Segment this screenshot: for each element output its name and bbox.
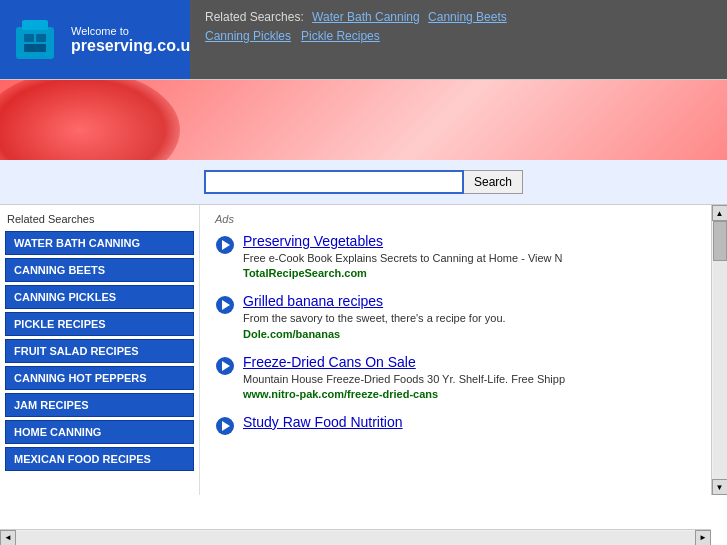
scroll-up-button[interactable]: ▲ bbox=[712, 205, 728, 221]
logo-text: Welcome to preserving.co.uk bbox=[71, 25, 199, 55]
ad-item-3: Freeze-Dried Cans On Sale Mountain House… bbox=[215, 354, 696, 400]
sidebar-item-canning-beets[interactable]: CANNING BEETS bbox=[5, 258, 194, 282]
header: Welcome to preserving.co.uk Related Sear… bbox=[0, 0, 727, 80]
sidebar-item-mexican-food[interactable]: MEXICAN FOOD RECIPES bbox=[5, 447, 194, 471]
logo-area: Welcome to preserving.co.uk bbox=[0, 0, 190, 79]
related-link-4[interactable]: Pickle Recipes bbox=[301, 29, 380, 43]
ad-item-2: Grilled banana recipes From the savory t… bbox=[215, 293, 696, 339]
ad-icon-3 bbox=[215, 356, 235, 376]
ad-desc-2: From the savory to the sweet, there's a … bbox=[243, 311, 506, 325]
banner-image bbox=[0, 80, 727, 160]
related-link-1[interactable]: Water Bath Canning bbox=[312, 10, 420, 24]
horizontal-scrollbar-track bbox=[16, 531, 695, 545]
search-input[interactable] bbox=[204, 170, 464, 194]
related-link-2[interactable]: Canning Beets bbox=[428, 10, 507, 24]
ad-content: Ads Preserving Vegetables Free e-Cook Bo… bbox=[200, 205, 711, 495]
sidebar-item-fruit-salad[interactable]: FRUIT SALAD RECIPES bbox=[5, 339, 194, 363]
sidebar-title: Related Searches bbox=[5, 213, 194, 225]
logo-welcome: Welcome to bbox=[71, 25, 199, 37]
scroll-down-button[interactable]: ▼ bbox=[712, 479, 728, 495]
header-related: Related Searches: Water Bath Canning Can… bbox=[190, 0, 727, 79]
horizontal-scrollbar: ◄ ► bbox=[0, 529, 711, 545]
sidebar-item-jam-recipes[interactable]: JAM RECIPES bbox=[5, 393, 194, 417]
content-area: Related Searches WATER BATH CANNING CANN… bbox=[0, 205, 727, 495]
ads-label: Ads bbox=[215, 213, 696, 225]
sidebar-item-water-bath-canning[interactable]: WATER BATH CANNING bbox=[5, 231, 194, 255]
ad-body-4: Study Raw Food Nutrition bbox=[243, 414, 403, 432]
scroll-right-button[interactable]: ► bbox=[695, 530, 711, 546]
svg-rect-1 bbox=[22, 20, 48, 30]
logo-domain: preserving.co.uk bbox=[71, 37, 199, 55]
sidebar-item-pickle-recipes[interactable]: PICKLE RECIPES bbox=[5, 312, 194, 336]
svg-rect-2 bbox=[24, 34, 34, 42]
logo-icon bbox=[8, 12, 63, 67]
ad-item-1: Preserving Vegetables Free e-Cook Book E… bbox=[215, 233, 696, 279]
sidebar-item-canning-pickles[interactable]: CANNING PICKLES bbox=[5, 285, 194, 309]
ad-url-3: www.nitro-pak.com/freeze-dried-cans bbox=[243, 388, 565, 400]
sidebar: Related Searches WATER BATH CANNING CANN… bbox=[0, 205, 200, 495]
svg-rect-0 bbox=[16, 27, 54, 59]
ad-item-4: Study Raw Food Nutrition bbox=[215, 414, 696, 436]
sidebar-item-home-canning[interactable]: HOME CANNING bbox=[5, 420, 194, 444]
svg-rect-4 bbox=[24, 44, 46, 52]
svg-rect-3 bbox=[36, 34, 46, 42]
scrollbar-track bbox=[713, 221, 727, 479]
ad-body-1: Preserving Vegetables Free e-Cook Book E… bbox=[243, 233, 563, 279]
ad-body-3: Freeze-Dried Cans On Sale Mountain House… bbox=[243, 354, 565, 400]
ad-url-1: TotalRecipeSearch.com bbox=[243, 267, 563, 279]
related-link-3[interactable]: Canning Pickles bbox=[205, 29, 291, 43]
search-button[interactable]: Search bbox=[464, 170, 523, 194]
ad-title-1[interactable]: Preserving Vegetables bbox=[243, 233, 563, 249]
ad-body-2: Grilled banana recipes From the savory t… bbox=[243, 293, 506, 339]
scrollbar-thumb[interactable] bbox=[713, 221, 727, 261]
ad-title-4[interactable]: Study Raw Food Nutrition bbox=[243, 414, 403, 430]
ad-icon-1 bbox=[215, 235, 235, 255]
ad-title-2[interactable]: Grilled banana recipes bbox=[243, 293, 506, 309]
vertical-scrollbar: ▲ ▼ bbox=[711, 205, 727, 495]
sidebar-item-canning-hot-peppers[interactable]: CANNING HOT PEPPERS bbox=[5, 366, 194, 390]
scroll-left-button[interactable]: ◄ bbox=[0, 530, 16, 546]
search-bar: Search bbox=[0, 160, 727, 205]
related-searches-title: Related Searches: Water Bath Canning Can… bbox=[205, 10, 712, 24]
ad-desc-3: Mountain House Freeze-Dried Foods 30 Yr.… bbox=[243, 372, 565, 386]
ad-title-3[interactable]: Freeze-Dried Cans On Sale bbox=[243, 354, 565, 370]
ad-icon-2 bbox=[215, 295, 235, 315]
related-links-row2: Canning Pickles Pickle Recipes bbox=[205, 29, 712, 43]
ad-icon-4 bbox=[215, 416, 235, 436]
ad-url-2: Dole.com/bananas bbox=[243, 328, 506, 340]
ad-desc-1: Free e-Cook Book Explains Secrets to Can… bbox=[243, 251, 563, 265]
